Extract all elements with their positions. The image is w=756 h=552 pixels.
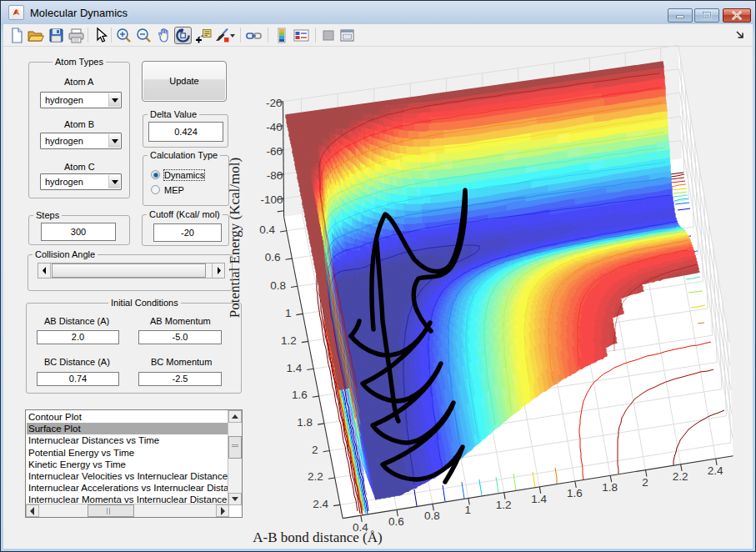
svg-text:-20: -20 [266,97,283,109]
svg-text:1.4: 1.4 [531,493,547,505]
svg-text:1: 1 [465,504,472,516]
svg-text:2.2: 2.2 [308,470,323,483]
svg-text:0.4: 0.4 [259,223,275,236]
svg-text:2.2: 2.2 [673,470,688,483]
svg-text:1: 1 [285,307,292,319]
svg-text:1.6: 1.6 [292,389,308,401]
svg-text:-60: -60 [267,145,283,158]
svg-text:1.2: 1.2 [496,499,512,511]
svg-text:2.4: 2.4 [708,464,723,477]
svg-text:-80: -80 [267,169,283,182]
svg-text:2: 2 [312,444,318,456]
svg-text:-40: -40 [266,121,283,133]
svg-text:0.8: 0.8 [424,509,440,522]
svg-text:0.6: 0.6 [265,251,281,263]
svg-text:2: 2 [642,476,648,489]
svg-text:2.4: 2.4 [313,498,328,510]
svg-text:0.6: 0.6 [388,515,404,528]
svg-text:A-B bond distance (Å): A-B bond distance (Å) [253,529,382,545]
svg-text:1.6: 1.6 [567,487,583,499]
svg-text:1.4: 1.4 [287,362,303,374]
svg-text:1.2: 1.2 [281,334,297,347]
svg-text:1.8: 1.8 [297,416,313,429]
svg-text:-100: -100 [260,193,283,206]
svg-text:Potential Energy (Kcal/mol): Potential Energy (Kcal/mol) [227,158,243,318]
svg-text:0.8: 0.8 [270,279,286,292]
svg-text:1.8: 1.8 [602,481,618,494]
